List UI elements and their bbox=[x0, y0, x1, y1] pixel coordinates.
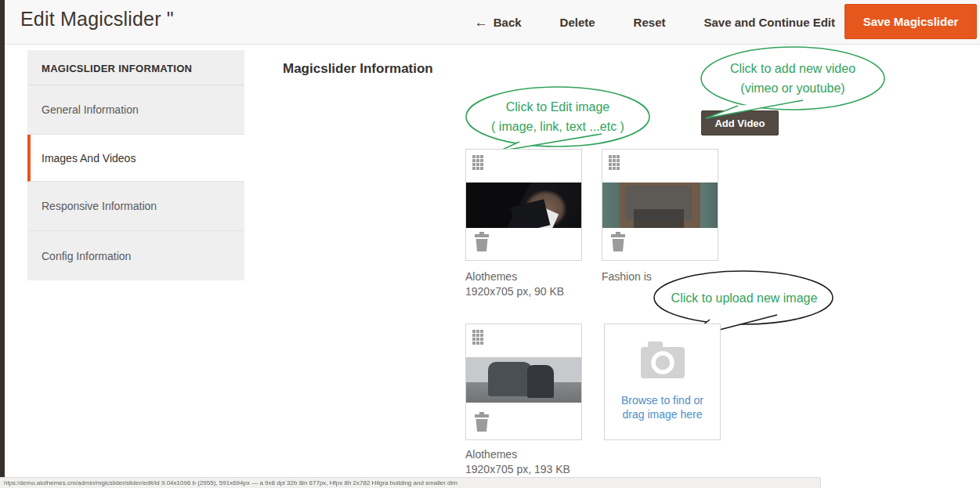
trash-icon[interactable] bbox=[473, 232, 490, 252]
sidebar-item-general-information[interactable]: General Information bbox=[27, 85, 244, 135]
slide-caption-1: Alothemes 1920x705 px, 90 KB bbox=[465, 269, 598, 298]
browse-link-line2: drag image here bbox=[605, 407, 720, 421]
upload-image-annotation: Click to upload new image bbox=[655, 288, 834, 308]
slide-image-preview bbox=[602, 183, 718, 228]
slide-caption-3: Alothemes 1920x705 px, 193 KB bbox=[465, 447, 598, 476]
slide-title: Fashion is bbox=[602, 269, 735, 284]
slide-title: Alothemes bbox=[465, 269, 598, 284]
back-button[interactable]: ← Back bbox=[475, 15, 522, 31]
slide-image-preview bbox=[466, 357, 581, 403]
add-video-annotation: Click to add new video (vimeo or youtube… bbox=[700, 59, 885, 98]
page-header: Edit Magicslider " ← Back Delete Reset S… bbox=[5, 0, 980, 45]
header-actions: ← Back Delete Reset Save and Continue Ed… bbox=[475, 0, 835, 45]
edit-image-bubble-outline bbox=[466, 87, 649, 146]
slide-card-2[interactable] bbox=[602, 149, 718, 261]
section-heading: Magicslider Information bbox=[283, 61, 433, 77]
camera-icon bbox=[640, 342, 685, 379]
sidebar-title: MAGICSLIDER INFORMATION bbox=[27, 50, 244, 85]
slide-image-preview bbox=[466, 183, 581, 228]
drag-handle-icon[interactable] bbox=[472, 155, 483, 170]
add-video-bubble-outline bbox=[701, 47, 884, 110]
sidebar: MAGICSLIDER INFORMATION General Informat… bbox=[27, 50, 244, 280]
add-video-annotation-line1: Click to add new video bbox=[700, 59, 885, 78]
add-video-annotation-line2: (vimeo or youtube) bbox=[700, 78, 885, 98]
slide-caption-2: Fashion is bbox=[602, 269, 735, 284]
trash-icon[interactable] bbox=[473, 412, 490, 432]
image-upload-dropzone[interactable]: Browse to find or drag image here bbox=[604, 324, 721, 440]
sidebar-item-config-information[interactable]: Config Information bbox=[27, 231, 244, 280]
drag-handle-icon[interactable] bbox=[609, 155, 620, 170]
edit-image-annotation: Click to Edit image ( image, link, text … bbox=[466, 97, 649, 136]
slide-card-1[interactable] bbox=[465, 149, 582, 261]
delete-button[interactable]: Delete bbox=[560, 16, 595, 29]
window-left-edge bbox=[0, 0, 5, 488]
browse-link[interactable]: Browse to find or drag image here bbox=[605, 393, 720, 421]
browse-link-line1: Browse to find or bbox=[605, 393, 720, 407]
save-and-continue-button[interactable]: Save and Continue Edit bbox=[703, 16, 835, 29]
add-video-button[interactable]: Add Video bbox=[701, 110, 779, 136]
reset-button[interactable]: Reset bbox=[634, 16, 666, 29]
slide-meta: 1920x705 px, 193 KB bbox=[465, 462, 598, 476]
drag-handle-icon[interactable] bbox=[472, 330, 483, 345]
edit-image-annotation-line1: Click to Edit image bbox=[466, 97, 649, 117]
edit-image-annotation-line2: ( image, link, text ...etc ) bbox=[466, 117, 649, 136]
slide-title: Alothemes bbox=[465, 447, 598, 461]
back-button-label: Back bbox=[494, 16, 522, 29]
trash-icon[interactable] bbox=[609, 232, 627, 252]
sidebar-item-responsive-information[interactable]: Responsive Information bbox=[27, 182, 244, 231]
back-arrow-icon: ← bbox=[475, 15, 488, 31]
save-magicslider-button[interactable]: Save Magicslider bbox=[844, 4, 977, 39]
status-bar: htps:/demo.alothemes.cm/admin/mgicslider… bbox=[0, 477, 821, 488]
slide-card-3[interactable] bbox=[465, 324, 582, 440]
slide-meta: 1920x705 px, 90 KB bbox=[465, 284, 598, 298]
sidebar-item-images-and-videos[interactable]: Images And Videos bbox=[27, 135, 244, 182]
page-title: Edit Magicslider " bbox=[20, 8, 174, 31]
